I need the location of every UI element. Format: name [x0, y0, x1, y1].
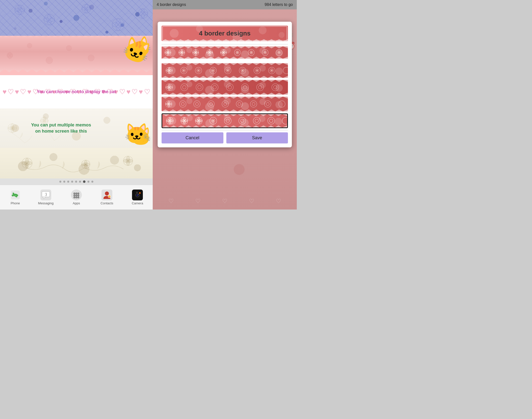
right-panel: 4 border designs 984 letters to go 🐱 ⏰ ♡… — [153, 0, 297, 210]
strip4-text: You can put multiple memos on home scree… — [8, 122, 115, 134]
bg-heart-5: ♡ — [276, 198, 281, 205]
border-option-3[interactable] — [162, 80, 288, 95]
strip-hearts[interactable]: ♥ ♡ ♥ ♡ ♥ ♡ ♥ ♡ ♥ ♡ ♥ ♡ ♥ ♡ ♥ ♡ ♥ ♡ ♥ ♡ — [0, 75, 153, 108]
apps-label: Apps — [73, 201, 80, 205]
border-strip-4 — [162, 97, 288, 111]
svg-point-168 — [269, 119, 273, 122]
svg-point-120 — [198, 86, 201, 89]
svg-point-109 — [256, 70, 258, 71]
floral-pattern-5 — [162, 114, 287, 127]
border-option-5[interactable] — [162, 113, 288, 128]
nav-dot-1[interactable] — [59, 181, 61, 183]
border-options-list — [162, 46, 288, 128]
nav-item-phone[interactable]: Phone — [0, 190, 31, 205]
contacts-icon — [101, 190, 112, 200]
floral-pattern-2 — [162, 63, 288, 78]
strip-beige-floral[interactable] — [0, 148, 153, 178]
nav-dot-5[interactable] — [75, 181, 77, 183]
nav-dot-7[interactable] — [83, 180, 85, 183]
cancel-button[interactable]: Cancel — [162, 132, 223, 143]
svg-point-19 — [88, 55, 94, 61]
svg-point-148 — [279, 101, 285, 107]
nav-item-apps[interactable]: Apps — [61, 190, 92, 205]
svg-point-144 — [250, 101, 257, 107]
svg-point-44 — [75, 194, 77, 196]
nav-dot-8[interactable] — [87, 181, 89, 183]
svg-point-124 — [228, 86, 232, 89]
bg-heart-1: ♡ — [168, 198, 174, 205]
contacts-label: Contacts — [100, 201, 113, 205]
border-option-1[interactable] — [162, 46, 288, 61]
svg-point-123 — [226, 84, 233, 91]
svg-point-130 — [274, 86, 277, 89]
strip-pink-cat[interactable]: 🐱 — [0, 36, 153, 75]
nav-dot-4[interactable] — [71, 181, 73, 183]
svg-point-146 — [265, 101, 271, 107]
svg-point-112 — [271, 70, 272, 71]
border-designs-count: 4 border designs — [157, 2, 186, 7]
strip3-text: You can choose not to display the cat — [0, 89, 153, 94]
bg-heart-4: ♡ — [249, 198, 254, 205]
svg-point-119 — [196, 84, 203, 91]
svg-point-128 — [258, 86, 262, 89]
nav-dot-2[interactable] — [63, 181, 65, 183]
border-svg-2 — [162, 63, 288, 78]
bottom-nav: Phone :) Messaging — [0, 185, 153, 210]
svg-point-42 — [77, 192, 79, 194]
svg-point-45 — [77, 194, 79, 196]
svg-point-41 — [75, 192, 77, 194]
svg-point-165 — [253, 117, 260, 124]
svg-point-43 — [73, 194, 75, 196]
svg-point-46 — [73, 196, 75, 198]
border-strip-1 — [162, 46, 288, 59]
svg-point-142 — [236, 101, 243, 107]
save-button[interactable]: Save — [226, 132, 288, 143]
svg-point-169 — [282, 117, 287, 124]
nav-item-contacts[interactable]: Contacts — [92, 190, 122, 205]
border-strip-2 — [162, 63, 288, 78]
svg-point-129 — [272, 84, 279, 91]
svg-point-106 — [242, 70, 243, 71]
svg-point-97 — [198, 70, 199, 71]
border-strip-3 — [162, 80, 288, 95]
cat-image: 🐱 — [126, 36, 153, 61]
blue-floral-svg — [0, 0, 153, 36]
svg-rect-61 — [136, 192, 138, 193]
svg-point-166 — [255, 119, 258, 122]
border-option-4[interactable] — [162, 97, 288, 111]
border-designs-dialog: 4 border designs — [158, 22, 292, 147]
strip-blue-floral[interactable] — [0, 0, 153, 36]
strip-floral-cat[interactable]: You can put multiple memos on home scree… — [0, 108, 153, 148]
border-svg-5 — [162, 114, 287, 127]
dialog-title-area: 4 border designs — [162, 26, 288, 41]
cat2-image: 🐱 — [130, 126, 151, 147]
svg-point-30 — [85, 164, 86, 165]
messaging-label: Messaging — [38, 201, 54, 205]
svg-text::): :) — [45, 192, 47, 196]
svg-point-82 — [250, 52, 252, 53]
svg-point-48 — [77, 196, 79, 198]
bg-heart-3: ♡ — [222, 198, 228, 205]
svg-point-17 — [46, 57, 53, 64]
svg-point-40 — [73, 192, 75, 194]
floral-pattern-3 — [162, 80, 288, 95]
svg-point-122 — [213, 86, 216, 89]
apps-svg — [71, 190, 82, 200]
nav-dot-3[interactable] — [67, 181, 69, 183]
svg-point-59 — [138, 194, 138, 195]
phone-svg — [11, 191, 20, 199]
svg-point-79 — [237, 52, 238, 53]
svg-point-47 — [75, 196, 77, 198]
nav-item-messaging[interactable]: :) Messaging — [31, 190, 61, 205]
camera-label: Camera — [132, 201, 143, 205]
phone-label: Phone — [11, 201, 20, 205]
nav-dot-6[interactable] — [79, 181, 81, 183]
border-option-2[interactable] — [162, 63, 288, 78]
right-header: 4 border designs 984 letters to go — [153, 0, 297, 9]
svg-point-118 — [183, 86, 186, 89]
nav-dot-9[interactable] — [91, 181, 93, 183]
svg-rect-53 — [109, 196, 110, 197]
svg-point-18 — [66, 45, 72, 51]
svg-point-134 — [180, 101, 186, 107]
nav-item-camera[interactable]: Camera — [122, 190, 153, 205]
